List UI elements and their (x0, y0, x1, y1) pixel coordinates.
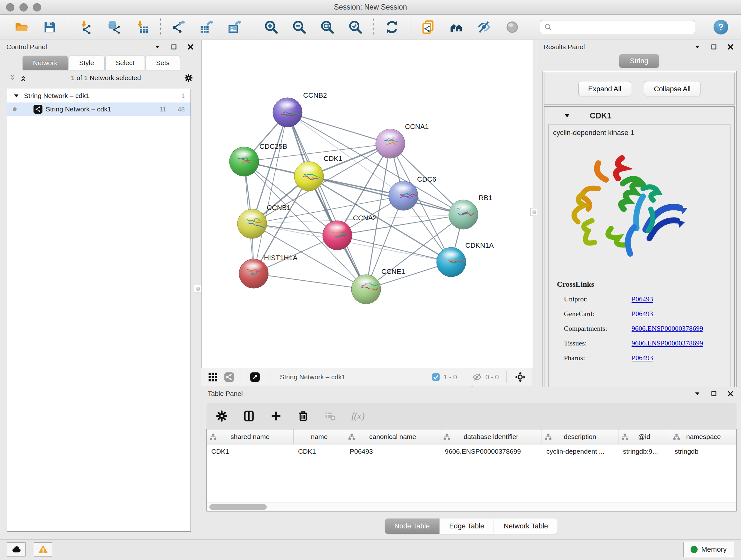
table-close-icon[interactable] (726, 389, 735, 398)
refresh-network-button[interactable] (385, 20, 399, 35)
open-in-window-icon[interactable] (250, 372, 260, 382)
network-row[interactable]: String Network – cdk1 11 48 (7, 103, 191, 116)
search-box[interactable] (540, 20, 695, 34)
collapse-all-networks-icon[interactable] (8, 74, 17, 82)
cloud-button[interactable] (7, 543, 25, 557)
panel-float-icon[interactable] (170, 43, 178, 51)
tab-string[interactable]: String (619, 54, 659, 68)
node-RB1[interactable] (449, 200, 478, 229)
column-header-canonical-name[interactable]: canonical name (345, 429, 441, 444)
collapse-all-button[interactable]: Collapse All (644, 81, 700, 97)
function-builder-icon[interactable]: f(x) (351, 411, 365, 422)
tab-node-table[interactable]: Node Table (385, 518, 440, 534)
column-header-description[interactable]: description (542, 429, 618, 444)
show-all-button[interactable] (505, 20, 520, 35)
tab-select[interactable]: Select (105, 56, 145, 70)
zoom-selected-button[interactable] (348, 20, 363, 35)
table-cell[interactable]: stringdb (670, 448, 737, 455)
column-header-namespace[interactable]: namespace (670, 429, 737, 444)
node-HIST1H1A[interactable] (239, 259, 268, 288)
crosslink-link[interactable]: P06493 (631, 295, 653, 303)
node-CCNB2[interactable] (273, 98, 302, 127)
results-close-icon[interactable] (726, 43, 735, 51)
new-network-from-selection-button[interactable] (421, 20, 435, 35)
node-CDC25B[interactable] (229, 147, 259, 176)
tab-network-table[interactable]: Network Table (494, 518, 557, 534)
import-table-file-button[interactable] (135, 20, 150, 35)
tab-network[interactable]: Network (22, 56, 68, 70)
node-CCNA1[interactable] (376, 129, 405, 159)
table-cell[interactable]: cyclin-dependent ... (542, 448, 618, 455)
results-float-icon[interactable] (710, 43, 718, 51)
crosslink-link[interactable]: 9606.ENSP00000378699 (631, 324, 703, 332)
export-image-button[interactable] (227, 20, 242, 35)
tab-sets[interactable]: Sets (145, 56, 180, 70)
import-network-file-button[interactable] (79, 20, 93, 35)
protein-expander-icon[interactable] (563, 112, 570, 119)
expand-all-button[interactable]: Expand All (578, 81, 631, 97)
network-view[interactable]: CCNB2CCNA1CDC25BCDK1CDC6RB1CCNB1CCNA2CDK… (201, 40, 533, 368)
left-splitter-handle[interactable] (194, 285, 202, 293)
column-header-shared-name[interactable]: shared name (207, 429, 293, 444)
search-input[interactable] (555, 23, 691, 31)
table-cell[interactable]: 9606.ENSP00000378699 (441, 448, 542, 455)
zoom-out-button[interactable] (292, 20, 307, 35)
export-table-button[interactable] (199, 20, 214, 35)
crosslink-link[interactable]: P06493 (631, 354, 653, 362)
node-CDK1[interactable] (294, 162, 324, 191)
minimize-window-button[interactable] (19, 3, 28, 11)
node-CCNA2[interactable] (323, 221, 352, 250)
zoom-fit-button[interactable] (320, 20, 335, 35)
node-CDC6[interactable] (389, 181, 418, 210)
maximize-window-button[interactable] (33, 3, 41, 11)
table-menu-icon[interactable] (693, 389, 701, 398)
table-row[interactable]: CDK1CDK1P064939606.ENSP00000378699cyclin… (207, 444, 736, 458)
close-window-button[interactable] (6, 3, 14, 11)
table-scrollbar-thumb[interactable] (209, 504, 267, 510)
table-settings-gear-icon[interactable] (216, 410, 227, 422)
edge-CCNB2-CCNA1 (287, 112, 390, 144)
panel-menu-icon[interactable] (153, 43, 161, 51)
column-header-database-identifier[interactable]: database identifier (441, 429, 542, 444)
table-cell[interactable]: P06493 (345, 448, 441, 455)
node-CDKN1A[interactable] (436, 247, 466, 277)
open-session-button[interactable] (14, 20, 29, 35)
results-menu-icon[interactable] (693, 43, 701, 51)
delete-column-trash-icon[interactable] (297, 410, 309, 422)
birdseye-view-icon[interactable] (515, 371, 526, 383)
tab-edge-table[interactable]: Edge Table (440, 518, 494, 534)
export-network-button[interactable] (172, 20, 186, 35)
first-neighbors-button[interactable] (449, 20, 464, 35)
crosslink-link[interactable]: P06493 (631, 310, 653, 318)
save-session-button[interactable] (43, 20, 57, 35)
import-network-database-button[interactable] (107, 20, 122, 35)
protein-section-header[interactable]: CDK1 (544, 107, 734, 125)
node-CCNE1[interactable] (351, 274, 381, 304)
table-cell[interactable]: CDK1 (293, 448, 345, 455)
hide-selected-button[interactable] (477, 20, 492, 35)
help-button[interactable]: ? (714, 20, 728, 35)
selected-checkbox-icon[interactable] (431, 373, 441, 381)
network-collection-row[interactable]: String Network – cdk1 1 (7, 89, 191, 103)
network-share-icon[interactable] (224, 372, 234, 382)
tab-style[interactable]: Style (69, 56, 105, 70)
node-CCNB1[interactable] (238, 209, 267, 239)
crosslink-link[interactable]: 9606.ENSP00000378699 (631, 339, 703, 347)
panel-close-icon[interactable] (186, 43, 195, 51)
hidden-eye-slash-icon[interactable] (473, 372, 482, 382)
grid-view-icon[interactable] (208, 372, 218, 382)
select-columns-icon[interactable] (243, 410, 255, 422)
expand-all-networks-icon[interactable] (19, 74, 27, 82)
collection-expander-icon[interactable] (13, 92, 19, 99)
column-header-name[interactable]: name (293, 429, 345, 444)
gear-icon[interactable] (185, 74, 193, 82)
column-header--id[interactable]: @id (618, 429, 670, 444)
warnings-button[interactable] (34, 543, 52, 557)
table-cell[interactable]: CDK1 (207, 448, 293, 455)
table-float-icon[interactable] (710, 389, 718, 398)
memory-button[interactable]: Memory (683, 542, 734, 557)
zoom-in-button[interactable] (264, 20, 279, 35)
delete-table-icon[interactable] (325, 410, 336, 422)
table-cell[interactable]: stringdb:9... (618, 448, 670, 455)
add-column-icon[interactable] (270, 410, 282, 422)
